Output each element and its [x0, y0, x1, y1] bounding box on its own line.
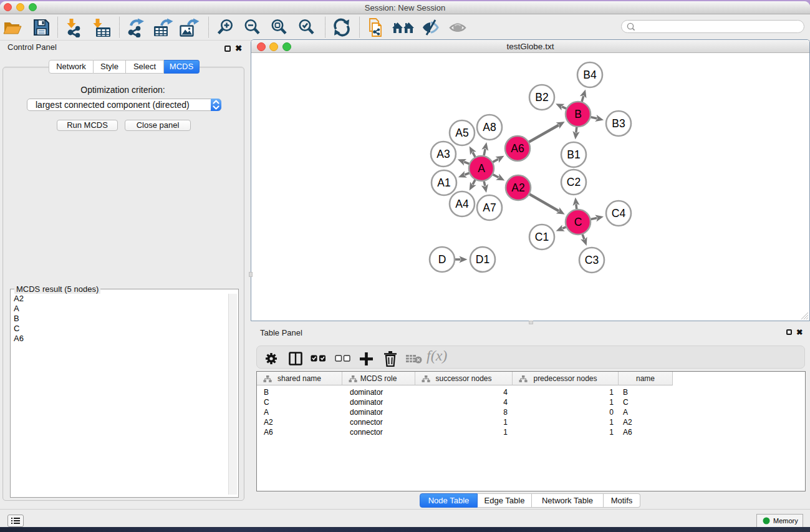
svg-text:D1: D1: [476, 253, 489, 266]
svg-text:C2: C2: [567, 176, 581, 188]
svg-text:A1: A1: [437, 177, 450, 189]
svg-text:A5: A5: [455, 127, 468, 139]
svg-text:B2: B2: [535, 91, 548, 104]
svg-text:C3: C3: [585, 254, 599, 266]
svg-text:B4: B4: [583, 69, 597, 81]
svg-text:A6: A6: [511, 142, 524, 155]
svg-text:A8: A8: [483, 121, 496, 133]
svg-text:B: B: [574, 108, 582, 120]
svg-text:A: A: [478, 162, 485, 175]
svg-text:A4: A4: [455, 198, 469, 210]
svg-text:D: D: [438, 253, 446, 266]
svg-text:B1: B1: [567, 148, 580, 161]
svg-text:A3: A3: [436, 148, 450, 160]
svg-text:B3: B3: [612, 117, 625, 130]
svg-text:C1: C1: [535, 231, 549, 243]
svg-text:C: C: [574, 216, 582, 228]
svg-text:A2: A2: [511, 181, 524, 194]
svg-text:C4: C4: [612, 207, 626, 220]
svg-text:A7: A7: [483, 201, 496, 214]
